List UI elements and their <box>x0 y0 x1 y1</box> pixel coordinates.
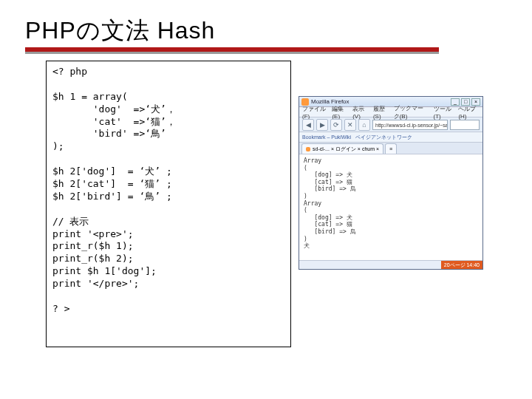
tab-favicon-icon <box>306 147 310 151</box>
forward-button[interactable]: ▶ <box>316 119 328 131</box>
tab-list-icon: ≡ <box>389 146 392 151</box>
title-rule-shadow <box>25 52 439 54</box>
browser-menubar: ファイル(F) 編集(E) 表示(V) 履歴(S) ブックマーク(B) ツール(… <box>299 107 482 117</box>
slide: PHPの文法 Hash <? php $h 1 = array( 'dog' =… <box>0 0 532 399</box>
bookmark-item-2[interactable]: ベイジアンネットワーク <box>355 134 412 141</box>
home-button[interactable]: ⌂ <box>358 119 370 131</box>
menu-help[interactable]: ヘルプ(H) <box>458 105 480 120</box>
tab-label: sd-cl-... × ログイン × chum × <box>313 146 379 153</box>
menu-bookmarks[interactable]: ブックマーク(B) <box>394 104 429 120</box>
browser-content: Array ( [dog] => 犬 [cat] => 猫 [bird] => … <box>299 154 482 260</box>
bookmark-item-1[interactable]: Bookmark – PukiWiki <box>302 134 351 140</box>
reload-button[interactable]: ⟳ <box>330 119 342 131</box>
status-bar: 20ページ 14:40 <box>299 260 482 269</box>
slide-title: PHPの文法 Hash <box>0 0 532 52</box>
stop-button[interactable]: ✕ <box>344 119 356 131</box>
back-button[interactable]: ◀ <box>302 119 314 131</box>
browser-toolbar: ◀ ▶ ⟳ ✕ ⌂ http://wwwsd-cl.ip-sensor.jp/~… <box>299 117 482 132</box>
browser-window: Mozilla Firefox _ □ × ファイル(F) 編集(E) 表示(V… <box>299 96 483 270</box>
address-bar[interactable]: http://wwwsd-cl.ip-sensor.jp/~sakae/30fi… <box>372 120 448 130</box>
search-box[interactable] <box>450 120 480 130</box>
menu-view[interactable]: 表示(V) <box>352 105 369 120</box>
status-right: 20ページ 14:40 <box>441 261 482 269</box>
menu-edit[interactable]: 編集(E) <box>332 105 348 120</box>
menu-file[interactable]: ファイル(F) <box>302 105 327 120</box>
menu-tools[interactable]: ツール(T) <box>434 105 454 120</box>
tab-list-button[interactable]: ≡ <box>385 143 397 154</box>
tab-strip: sd-cl-... × ログイン × chum × ≡ <box>299 143 482 154</box>
tab-active[interactable]: sd-cl-... × ログイン × chum × <box>301 143 383 154</box>
menu-history[interactable]: 履歴(S) <box>373 105 389 120</box>
bookmark-bar: Bookmark – PukiWiki ベイジアンネットワーク <box>299 132 482 143</box>
code-block: <? php $h 1 = array( 'dog' =>‘犬’， 'cat' … <box>46 61 291 347</box>
